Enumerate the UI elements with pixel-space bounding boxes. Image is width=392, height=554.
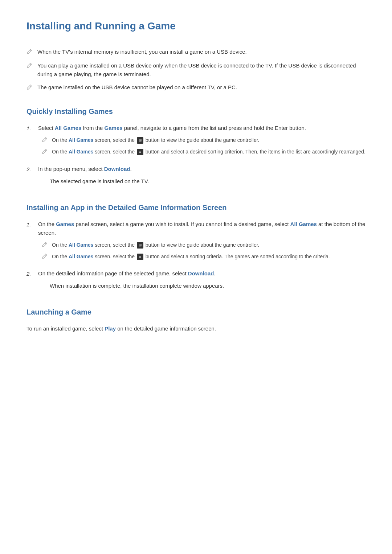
intro-note-text-1: When the TV's internal memory is insuffi… xyxy=(37,48,247,56)
intro-note-1: When the TV's internal memory is insuffi… xyxy=(26,48,366,57)
detailed-step-1-content: On the Games panel screen, select a game… xyxy=(38,220,366,264)
games-link-2: Games xyxy=(56,221,74,227)
quickly-installing-section: Quickly Installing Games 1. Select All G… xyxy=(26,106,366,186)
all-games-ref-1: All Games xyxy=(69,137,93,143)
step-1-sub-note-1-text: On the All Games screen, select the ⊞ bu… xyxy=(52,136,259,144)
detailed-step-number-2: 2. xyxy=(26,270,34,278)
launching-section: Launching a Game To run an installed gam… xyxy=(26,306,366,333)
detailed-step-2-content: On the detailed information page of the … xyxy=(38,269,366,290)
intro-note-text-3: The game installed on the USB device can… xyxy=(37,83,237,92)
launching-paragraph: To run an installed game, select Play on… xyxy=(26,324,366,333)
gamepad-icon-1: ⊞ xyxy=(137,137,143,144)
detailed-step-1-sub-note-2: On the All Games screen, select the ≡ bu… xyxy=(42,253,366,261)
all-games-ref-4: All Games xyxy=(69,254,93,259)
detailed-step-1-sub-notes: On the All Games screen, select the ⊞ bu… xyxy=(38,241,366,262)
detailed-step-1-sub-note-1: On the All Games screen, select the ⊞ bu… xyxy=(42,241,366,250)
all-games-ref-2: All Games xyxy=(69,149,93,155)
step-number-1: 1. xyxy=(26,124,34,133)
play-link: Play xyxy=(105,325,116,332)
pencil-icon-2 xyxy=(26,62,34,71)
step-2-content: In the pop-up menu, select Download. The… xyxy=(38,165,366,186)
detailed-step-2: 2. On the detailed information page of t… xyxy=(26,269,366,290)
gamepad-icon-2: ⊞ xyxy=(137,242,143,249)
step-1-sub-note-1: On the All Games screen, select the ⊞ bu… xyxy=(42,136,366,145)
step-number-2: 2. xyxy=(26,165,34,174)
intro-note-3: The game installed on the USB device can… xyxy=(26,83,366,93)
all-games-link-2: All Games xyxy=(290,221,317,227)
pencil-icon-7 xyxy=(42,253,48,261)
all-games-link-1: All Games xyxy=(55,125,81,131)
step-1-text: Select All Games from the Games panel, n… xyxy=(38,124,366,132)
pencil-icon-6 xyxy=(42,242,48,250)
intro-note-2: You can play a game installed on a USB d… xyxy=(26,61,366,79)
download-link-1: Download xyxy=(104,166,130,172)
detailed-step-2-text: On the detailed information page of the … xyxy=(38,269,366,278)
detailed-step-1-sub-note-2-text: On the All Games screen, select the ≡ bu… xyxy=(52,253,330,260)
all-games-ref-3: All Games xyxy=(69,242,93,248)
sort-icon-1: ≡ xyxy=(137,149,143,155)
games-link-1: Games xyxy=(105,125,123,131)
detailed-step-1-sub-note-1-text: On the All Games screen, select the ⊞ bu… xyxy=(52,241,259,249)
intro-note-text-2: You can play a game installed on a USB d… xyxy=(37,61,366,79)
quickly-installing-title: Quickly Installing Games xyxy=(26,106,366,117)
detailed-step-number-1: 1. xyxy=(26,220,34,229)
installing-detailed-steps: 1. On the Games panel screen, select a g… xyxy=(26,220,366,291)
pencil-icon-1 xyxy=(26,48,34,57)
intro-notes: When the TV's internal memory is insuffi… xyxy=(26,48,366,93)
sort-icon-2: ≡ xyxy=(137,254,143,260)
step-1-sub-notes: On the All Games screen, select the ⊞ bu… xyxy=(38,136,366,157)
download-link-2: Download xyxy=(188,270,214,276)
step-2-follow-up: The selected game is installed on the TV… xyxy=(50,177,366,186)
quickly-step-1: 1. Select All Games from the Games panel… xyxy=(26,124,366,160)
pencil-icon-3 xyxy=(26,84,34,93)
installing-detailed-title: Installing an App in the Detailed Game I… xyxy=(26,202,366,213)
pencil-icon-5 xyxy=(42,148,48,156)
launching-title: Launching a Game xyxy=(26,306,366,318)
step-2-text: In the pop-up menu, select Download. xyxy=(38,165,366,173)
detailed-step-2-follow-up: When installation is complete, the insta… xyxy=(50,282,366,290)
step-1-content: Select All Games from the Games panel, n… xyxy=(38,124,366,160)
detailed-step-1-text: On the Games panel screen, select a game… xyxy=(38,220,366,237)
page-title: Installing and Running a Game xyxy=(26,18,366,37)
installing-detailed-section: Installing an App in the Detailed Game I… xyxy=(26,202,366,291)
step-1-sub-note-2: On the All Games screen, select the ≡ bu… xyxy=(42,148,366,156)
step-1-sub-note-2-text: On the All Games screen, select the ≡ bu… xyxy=(52,148,366,156)
quickly-step-2: 2. In the pop-up menu, select Download. … xyxy=(26,165,366,186)
detailed-step-1: 1. On the Games panel screen, select a g… xyxy=(26,220,366,264)
pencil-icon-4 xyxy=(42,137,48,145)
quickly-installing-steps: 1. Select All Games from the Games panel… xyxy=(26,124,366,186)
